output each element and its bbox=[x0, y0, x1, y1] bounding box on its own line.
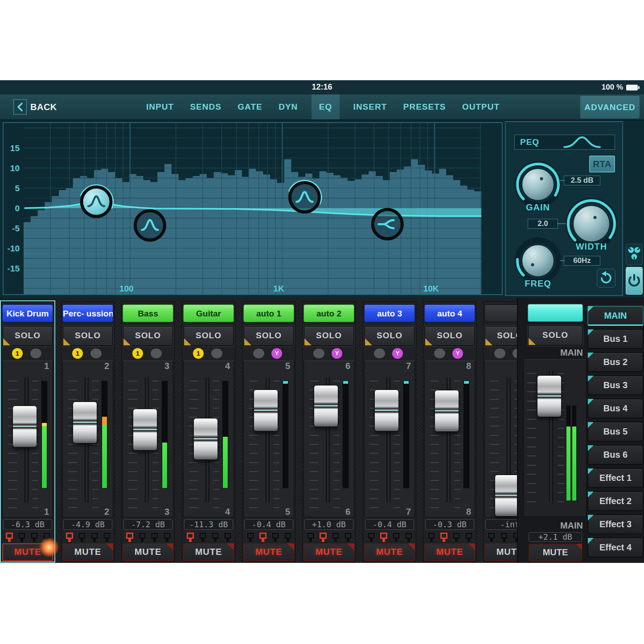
solo-corner bbox=[365, 338, 372, 345]
main-channel-name-label[interactable] bbox=[528, 304, 583, 322]
mute-group-indicators bbox=[62, 533, 114, 543]
rta-button[interactable]: RTA bbox=[589, 156, 615, 172]
filter-type-label: PEQ bbox=[515, 137, 539, 147]
mute-button[interactable]: MUTE bbox=[243, 543, 294, 561]
bus-corner bbox=[588, 306, 594, 312]
level-meter bbox=[403, 381, 410, 488]
solo-button[interactable]: SOLO bbox=[62, 326, 113, 346]
bus-select-effect-1[interactable]: Effect 1 bbox=[587, 468, 644, 488]
channel-name-label[interactable]: Guitar bbox=[183, 304, 234, 322]
bus-select-effect-2[interactable]: Effect 2 bbox=[587, 491, 644, 511]
gain-connector-line bbox=[560, 180, 565, 181]
fader-handle[interactable] bbox=[314, 385, 338, 427]
fader-handle[interactable] bbox=[374, 390, 399, 431]
bus-label: Bus 5 bbox=[603, 427, 628, 436]
channel-indicators: Y bbox=[303, 348, 355, 359]
solo-button[interactable]: SOLO bbox=[304, 326, 354, 346]
channel-name-label[interactable]: Bass bbox=[123, 304, 173, 322]
page: 12:16 100 % BACK INPUTSENDSGATEDYNEQINSE… bbox=[0, 0, 644, 644]
battery-status: 100 % bbox=[602, 80, 638, 94]
bus-select-effect-4[interactable]: Effect 4 bbox=[587, 537, 644, 558]
width-knob[interactable] bbox=[568, 201, 615, 247]
nav-tab-eq[interactable]: EQ bbox=[312, 94, 340, 119]
bus-label: Bus 4 bbox=[603, 403, 628, 413]
mute-button[interactable]: MUTE bbox=[62, 543, 113, 561]
fader-handle[interactable] bbox=[254, 390, 278, 431]
fader-handle[interactable] bbox=[495, 475, 519, 517]
eq-graph[interactable]: 151050-5-10-151001K10K bbox=[3, 122, 503, 295]
reset-icon bbox=[599, 271, 614, 286]
main-fader-db-value: +2.1 dB bbox=[529, 532, 582, 542]
indicator-dot bbox=[211, 349, 222, 358]
channel-view-button[interactable] bbox=[626, 244, 643, 265]
bus-select-bus-5[interactable]: Bus 5 bbox=[587, 422, 644, 442]
bus-corner bbox=[588, 468, 594, 474]
bus-select-bus-3[interactable]: Bus 3 bbox=[587, 375, 644, 395]
mute-corner bbox=[166, 543, 173, 550]
eq-power-button[interactable] bbox=[626, 267, 643, 295]
fader-handle[interactable] bbox=[133, 409, 157, 451]
channel-name-label[interactable]: Kick Drum bbox=[2, 304, 53, 322]
bus-select-effect-3[interactable]: Effect 3 bbox=[587, 514, 644, 534]
channel-strip-1: Kick Drum SOLO 1 1 1 -6.3 dB MUTE bbox=[1, 301, 54, 562]
back-button[interactable]: BACK bbox=[13, 94, 57, 119]
bus-select-bus-2[interactable]: Bus 2 bbox=[587, 352, 644, 372]
mute-button[interactable]: MUTE bbox=[123, 543, 173, 561]
channel-number-bottom: 8 bbox=[466, 507, 471, 517]
fader-handle[interactable] bbox=[193, 418, 218, 460]
mute-button[interactable]: MUTE bbox=[2, 543, 53, 561]
solo-button[interactable]: SOLO bbox=[123, 326, 173, 346]
mute-group-indicator bbox=[199, 533, 206, 539]
solo-button[interactable]: SOLO bbox=[243, 326, 294, 346]
channel-name-label[interactable]: auto 4 bbox=[424, 304, 475, 322]
solo-corner bbox=[244, 338, 251, 345]
bus-select-main[interactable]: MAIN bbox=[587, 306, 644, 326]
solo-button[interactable]: SOLO bbox=[424, 326, 475, 346]
nav-tab-input[interactable]: INPUT bbox=[144, 94, 176, 119]
fader-panel: 8 8 bbox=[424, 361, 475, 517]
mute-button[interactable]: MUTE bbox=[183, 543, 234, 561]
freq-knob[interactable] bbox=[517, 240, 558, 281]
fader-handle[interactable] bbox=[435, 390, 459, 432]
nav-tab-gate[interactable]: GATE bbox=[235, 94, 265, 119]
reset-button[interactable] bbox=[597, 269, 615, 287]
mute-button[interactable]: MUTE bbox=[364, 543, 415, 561]
nav-tab-sends[interactable]: SENDS bbox=[187, 94, 224, 119]
channel-name-label[interactable]: auto 1 bbox=[243, 304, 294, 322]
channel-name-label[interactable]: auto 2 bbox=[304, 304, 354, 322]
mute-button[interactable]: MUTE bbox=[304, 543, 354, 561]
nav-tab-dyn[interactable]: DYN bbox=[276, 94, 300, 119]
solo-button[interactable]: SOLO bbox=[364, 326, 415, 346]
mute-group-1-badge: 1 bbox=[193, 348, 204, 359]
main-fader-handle[interactable] bbox=[537, 375, 562, 417]
eq-band-handle-4[interactable] bbox=[373, 209, 402, 239]
mute-group-indicators bbox=[423, 533, 476, 543]
channel-name-label[interactable]: Perc- ussion bbox=[62, 304, 113, 322]
nav-tab-insert[interactable]: INSERT bbox=[351, 94, 390, 119]
eq-band-handle-2[interactable] bbox=[135, 211, 164, 240]
nav-tab-presets[interactable]: PRESETS bbox=[401, 94, 449, 119]
gain-knob[interactable] bbox=[517, 164, 558, 205]
solo-corner bbox=[425, 338, 432, 345]
bus-select-bus-4[interactable]: Bus 4 bbox=[587, 398, 644, 418]
channel-name-label[interactable]: auto 3 bbox=[364, 304, 415, 322]
mute-button[interactable]: MUTE bbox=[424, 543, 475, 561]
filter-type-select[interactable]: PEQ bbox=[514, 135, 615, 150]
solo-corner bbox=[123, 338, 131, 345]
solo-button[interactable]: SOLO bbox=[183, 326, 234, 346]
fader-handle[interactable] bbox=[12, 406, 37, 447]
main-fader-panel bbox=[523, 359, 587, 517]
main-mute-button[interactable]: MUTE bbox=[529, 544, 582, 562]
channel-strip-3: Bass SOLO 1 3 3 -7.2 dB MUTE bbox=[121, 301, 175, 562]
channel-indicators: Y bbox=[242, 348, 295, 359]
gain-label: GAIN bbox=[511, 202, 565, 213]
advanced-button[interactable]: ADVANCED bbox=[580, 96, 640, 119]
bus-select-bus-1[interactable]: Bus 1 bbox=[587, 329, 644, 349]
mute-corner bbox=[227, 543, 234, 550]
fader-handle[interactable] bbox=[73, 402, 97, 443]
bus-label: Bus 3 bbox=[603, 380, 628, 390]
solo-button[interactable]: SOLO bbox=[2, 326, 53, 346]
main-solo-button[interactable]: SOLO bbox=[528, 325, 583, 346]
nav-tab-output[interactable]: OUTPUT bbox=[459, 94, 502, 119]
bus-select-bus-6[interactable]: Bus 6 bbox=[587, 445, 644, 465]
